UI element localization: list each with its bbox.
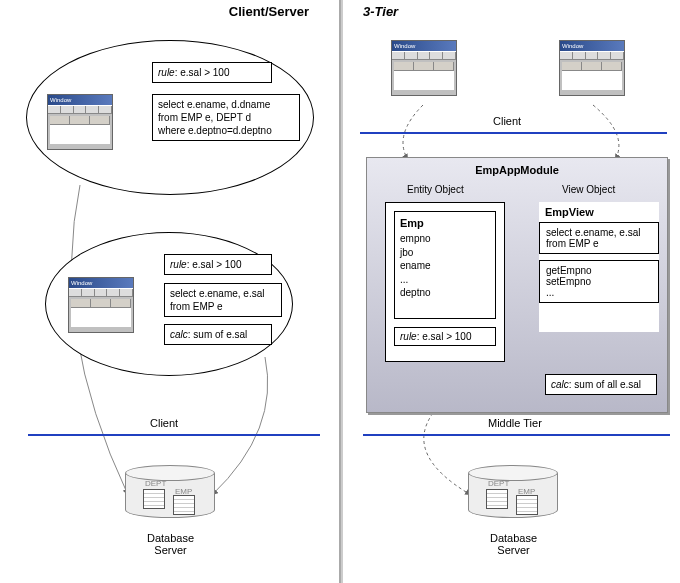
window-icon: Window	[391, 40, 457, 96]
database-icon: DEPT EMP	[468, 465, 558, 525]
dept-table-label: DEPT	[488, 479, 509, 488]
entity-rule-box: rule: e.sal > 100rule: e.sal > 100	[394, 327, 496, 346]
middle-tier-label: Middle Tier	[488, 417, 542, 429]
app-module-panel: EmpAppModule Entity Object View Object E…	[366, 157, 668, 413]
view-sql-box: select e.ename, e.sal from EMP e	[539, 222, 659, 254]
entity-name: Emp	[400, 217, 490, 229]
entity-object-heading: Entity Object	[407, 184, 464, 195]
entity-object-box: Emp empno jbo ename ... deptno rule: e.s…	[385, 202, 505, 362]
view-calc-box: calc: sum of all e.salcalc: sum of all e…	[545, 374, 657, 395]
three-tier-column: 3-Tier Window Window Client EmpAppModule…	[343, 0, 680, 583]
client-tier-label: Client	[150, 417, 178, 429]
window-title: Window	[392, 41, 456, 51]
three-tier-heading: 3-Tier	[363, 4, 398, 19]
window-icon: Window	[559, 40, 625, 96]
table-icon	[516, 495, 538, 515]
window-icon: Window	[47, 94, 113, 150]
dept-table-label: DEPT	[145, 479, 166, 488]
module-title: EmpAppModule	[367, 158, 667, 176]
window-title: Window	[69, 278, 133, 288]
view-methods-box: getEmpno setEmpno ...	[539, 260, 659, 303]
sql-box-2: select e.ename, e.sal from EMP e	[164, 283, 282, 317]
table-icon	[486, 489, 508, 509]
blue-separator	[28, 434, 320, 436]
window-title: Window	[560, 41, 624, 51]
entity-inner-box: Emp empno jbo ename ... deptno	[394, 211, 496, 319]
db-server-label: Database Server	[490, 532, 537, 556]
table-icon	[173, 495, 195, 515]
rule-box-1: rule: rule: e.sal > 100e.sal > 100	[152, 62, 272, 83]
client-tier-label: Client	[493, 115, 521, 127]
view-object-box: EmpView select e.ename, e.sal from EMP e…	[539, 202, 659, 332]
blue-separator	[363, 434, 670, 436]
window-title: Window	[48, 95, 112, 105]
view-object-heading: View Object	[562, 184, 615, 195]
client-server-heading: Client/Server	[229, 4, 309, 19]
sql-box-1: select e.ename, d.dname from EMP e, DEPT…	[152, 94, 300, 141]
database-icon: DEPT EMP	[125, 465, 215, 525]
calc-box-2: calc: sum of e.salcalc: sum of e.sal	[164, 324, 272, 345]
view-name: EmpView	[545, 206, 653, 218]
db-server-label: Database Server	[147, 532, 194, 556]
rule-box-2: rule: e.sal > 100rule: e.sal > 100	[164, 254, 272, 275]
entity-attributes: empno jbo ename ... deptno	[400, 232, 490, 300]
table-icon	[143, 489, 165, 509]
blue-separator	[360, 132, 667, 134]
client-server-column: Client/Server Window rule: rule: e.sal >…	[0, 0, 339, 583]
window-icon: Window	[68, 277, 134, 333]
